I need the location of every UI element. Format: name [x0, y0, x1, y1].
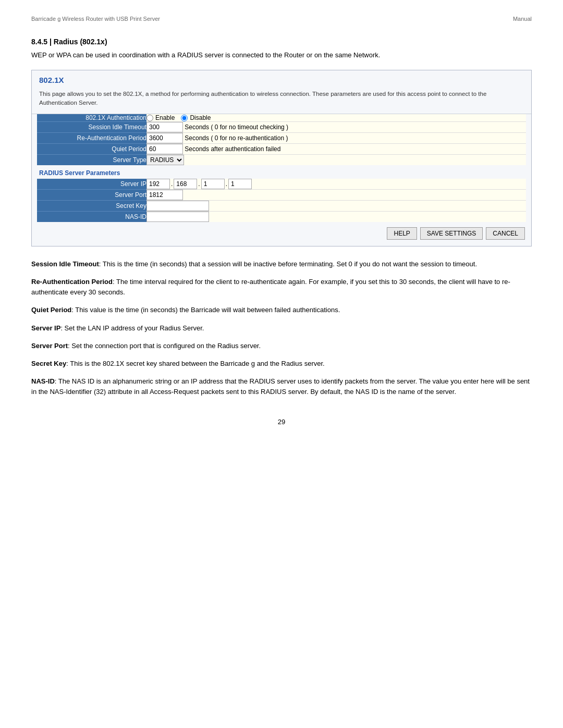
doc-text: : This value is the time (in seconds) th… [71, 306, 340, 314]
auth-radio-group: Enable Disable [146, 114, 526, 121]
doc-para: Quiet Period: This value is the time (in… [31, 305, 532, 315]
enable-label[interactable]: Enable [146, 114, 175, 121]
label-reauth: Re-Authentication Period [37, 133, 146, 144]
page-number: 29 [31, 418, 532, 426]
ip-sep-2: . [198, 180, 200, 188]
panel-802-1x: 802.1X This page allows you to set the 8… [31, 70, 532, 247]
doc-text: : Set the LAN IP address of your Radius … [60, 324, 204, 332]
value-server-type: RADIUS [146, 155, 526, 166]
doc-bold: Quiet Period [31, 306, 71, 314]
quiet-hint: Seconds after authentication failed [185, 145, 280, 153]
label-secret-key: Secret Key [37, 201, 146, 212]
disable-label[interactable]: Disable [181, 114, 211, 121]
panel-title: 802.1X [32, 70, 531, 88]
value-reauth: Seconds ( 0 for no re-authentication ) [146, 133, 526, 144]
save-settings-button[interactable]: SAVE SETTINGS [420, 227, 483, 240]
doc-bold: Server IP [31, 324, 60, 332]
doc-para: Session Idle Timeout: This is the time (… [31, 259, 532, 269]
panel-desc: This page allows you to set the 802.1X, … [32, 88, 531, 115]
header-bar: Barricade g Wireless Router with USB Pri… [31, 16, 532, 22]
radius-params-label: RADIUS Server Parameters [32, 165, 531, 179]
doc-para: Re-Authentication Period: The time inter… [31, 277, 532, 298]
header-right: Manual [513, 16, 532, 22]
secret-key-input[interactable] [146, 201, 209, 211]
doc-bold: Secret Key [31, 360, 66, 367]
doc-text: : This is the 802.1X secret key shared b… [66, 360, 325, 367]
ip-octet-3[interactable] [201, 179, 225, 189]
row-session-idle: Session Idle Timeout Seconds ( 0 for no … [37, 122, 526, 133]
row-server-ip: Server IP . . . [37, 179, 526, 190]
enable-radio[interactable] [146, 115, 153, 121]
form-section: 802.1X Authentication Enable Disable Ses… [32, 114, 531, 165]
nas-id-input[interactable] [146, 212, 209, 222]
doc-text: : The NAS ID is an alphanumeric string o… [31, 377, 530, 396]
reauth-input[interactable] [146, 133, 183, 143]
ip-octet-1[interactable] [146, 179, 170, 189]
row-secret-key: Secret Key [37, 201, 526, 212]
doc-para: Server Port: Set the connection port tha… [31, 341, 532, 351]
quiet-input[interactable] [146, 144, 183, 154]
row-nas-id: NAS-ID [37, 212, 526, 223]
disable-text: Disable [190, 114, 211, 121]
row-quiet: Quiet Period Seconds after authenticatio… [37, 144, 526, 155]
value-server-ip: . . . [146, 179, 526, 190]
label-auth: 802.1X Authentication [37, 114, 146, 122]
doc-bold: Session Idle Timeout [31, 260, 99, 268]
value-nas-id [146, 212, 526, 223]
value-quiet: Seconds after authentication failed [146, 144, 526, 155]
ip-sep-1: . [171, 180, 173, 188]
ip-sep-3: . [226, 180, 227, 188]
ip-octet-2[interactable] [174, 179, 197, 189]
reauth-hint: Seconds ( 0 for no re-authentication ) [185, 134, 288, 142]
doc-para: Server IP: Set the LAN IP address of you… [31, 323, 532, 334]
disable-radio[interactable] [181, 115, 188, 121]
help-button[interactable]: HELP [387, 227, 417, 240]
cancel-button[interactable]: CANCEL [486, 227, 525, 240]
label-server-port: Server Port [37, 190, 146, 201]
doc-para: Secret Key: This is the 802.1X secret ke… [31, 359, 532, 369]
doc-bold: Server Port [31, 342, 68, 350]
header-left: Barricade g Wireless Router with USB Pri… [31, 16, 160, 22]
main-form-table: 802.1X Authentication Enable Disable Ses… [37, 114, 526, 165]
server-type-select[interactable]: RADIUS [146, 155, 184, 165]
enable-text: Enable [155, 114, 175, 121]
row-auth: 802.1X Authentication Enable Disable [37, 114, 526, 122]
button-row: HELP SAVE SETTINGS CANCEL [32, 222, 531, 246]
row-server-type: Server Type RADIUS [37, 155, 526, 166]
doc-text: : This is the time (in seconds) that a s… [99, 260, 477, 268]
doc-para: NAS-ID: The NAS ID is an alphanumeric st… [31, 376, 532, 397]
label-quiet: Quiet Period [37, 144, 146, 155]
radius-form-table: Server IP . . . Server Port [37, 179, 526, 222]
doc-bold: Re-Authentication Period [31, 278, 113, 286]
value-auth: Enable Disable [146, 114, 526, 122]
server-port-input[interactable] [146, 190, 183, 200]
row-reauth: Re-Authentication Period Seconds ( 0 for… [37, 133, 526, 144]
label-server-type: Server Type [37, 155, 146, 166]
session-idle-hint: Seconds ( 0 for no timeout checking ) [185, 124, 288, 131]
doc-text: : Set the connection port that is config… [68, 342, 261, 350]
label-server-ip: Server IP [37, 179, 146, 190]
value-session-idle: Seconds ( 0 for no timeout checking ) [146, 122, 526, 133]
section-desc: WEP or WPA can be used in coordination w… [31, 50, 532, 60]
session-idle-input[interactable] [146, 122, 183, 132]
doc-bold: NAS-ID [31, 377, 55, 385]
docs-container: Session Idle Timeout: This is the time (… [31, 259, 532, 397]
ip-octet-4[interactable] [228, 179, 252, 189]
row-server-port: Server Port [37, 190, 526, 201]
radius-form-section: Server IP . . . Server Port [32, 179, 531, 222]
label-session-idle: Session Idle Timeout [37, 122, 146, 133]
section-title: 8.4.5 | Radius (802.1x) [31, 38, 532, 46]
ip-group: . . . [146, 179, 526, 189]
value-server-port [146, 190, 526, 201]
label-nas-id: NAS-ID [37, 212, 146, 223]
value-secret-key [146, 201, 526, 212]
